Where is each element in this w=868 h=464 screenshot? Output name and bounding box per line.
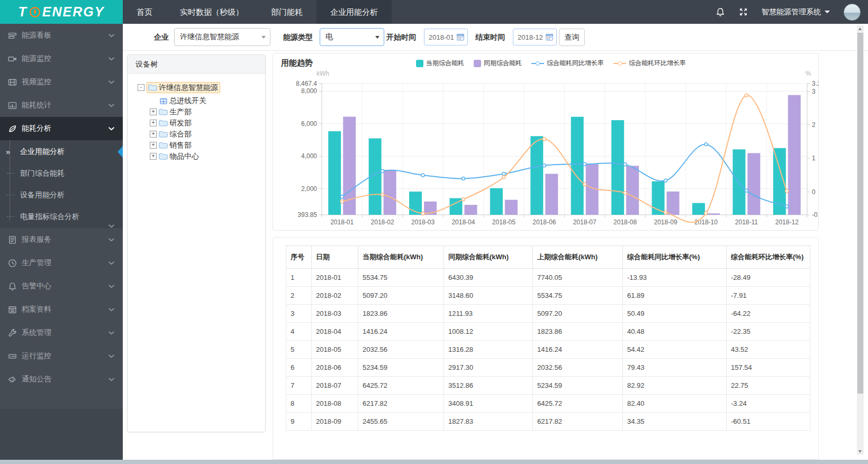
sidebar-subitem[interactable]: 部门综合能耗 (0, 162, 123, 184)
bar (611, 120, 624, 215)
chart-tick-label: 2018-06 (532, 219, 556, 226)
calendar-icon[interactable] (546, 33, 553, 41)
nav-tab[interactable]: 部门能耗 (257, 0, 317, 24)
sidebar-item[interactable]: 报表服务 (0, 228, 123, 251)
nav-tab[interactable]: 首页 (123, 0, 166, 24)
table-cell: 2032.56 (533, 359, 623, 377)
table-cell: 6425.72 (533, 395, 623, 413)
tree-node-folder[interactable]: +研发部 (131, 117, 262, 129)
query-button[interactable]: 查询 (559, 29, 585, 46)
sidebar-subitem[interactable]: »企业用能分析 (0, 141, 123, 162)
table-row[interactable]: 52018-052032.561316.281416.2454.4243.52 (286, 341, 810, 359)
legend-item[interactable]: 综合能耗环比增长率 (613, 59, 686, 68)
sidebar-item[interactable]: 能源监控 (0, 47, 123, 70)
tree-node-folder[interactable]: +物品中心 (131, 151, 262, 162)
scroll-up-arrow-icon[interactable] (858, 28, 862, 30)
sidebar-item[interactable]: 能耗统计 (0, 94, 123, 117)
table-row[interactable]: 82018-086217.823408.916425.7282.40-3.24 (286, 395, 810, 413)
sidebar-item[interactable]: 视频监控 (0, 70, 123, 94)
table-cell: 1 (286, 269, 312, 287)
tree-node-folder[interactable]: +综合部 (131, 129, 262, 140)
line-marker (381, 193, 384, 196)
line-marker (542, 164, 546, 167)
calendar-icon[interactable] (457, 33, 464, 41)
tree-node-root[interactable]: -许继信息智慧能源 (131, 82, 262, 93)
collapse-toggle-icon[interactable]: - (138, 84, 144, 91)
legend-item[interactable]: 同期综合能耗 (474, 59, 522, 68)
table-row[interactable]: 32018-031823.861211.935097.2050.49-64.22 (286, 305, 810, 323)
chart-tick-label: 2018-05 (492, 219, 516, 226)
table-cell: 54.42 (623, 341, 727, 359)
table-row[interactable]: 92018-092455.651827.836217.8234.35-60.51 (286, 413, 810, 431)
table-cell: 2018-05 (312, 341, 358, 359)
tree-node-folder[interactable]: +生产部 (131, 106, 262, 117)
end-date-input[interactable]: 2018-12 (513, 29, 557, 46)
tree-node-device[interactable]: 总进线开关 (131, 95, 262, 106)
sidebar-item[interactable]: 运行监控 (0, 344, 123, 368)
start-date-input[interactable]: 2018-01 (424, 29, 468, 46)
energy-type-select[interactable]: 电 (320, 28, 384, 46)
sidebar-subitem[interactable]: 电量指标综合分析 (0, 206, 123, 228)
system-title-dropdown[interactable]: 智慧能源管理系统 (762, 7, 830, 17)
line-marker (421, 174, 424, 177)
table-cell: 82.40 (623, 395, 727, 413)
sidebar-item[interactable]: 档案资料 (0, 298, 123, 321)
horizontal-scrollbar-track[interactable] (0, 460, 868, 464)
line-marker (745, 94, 748, 97)
line-marker (745, 189, 748, 192)
sidebar-subitem-label: 企业用能分析 (20, 147, 65, 156)
tree-node-label: 研发部 (169, 119, 192, 128)
expand-toggle-icon[interactable]: + (150, 153, 157, 160)
table-cell: 2018-02 (312, 287, 358, 305)
legend-item[interactable]: 当期综合能耗 (416, 59, 464, 68)
company-select-value: 许继信息智慧能源 (180, 32, 239, 42)
top-nav-tabs: 首页实时数据（秒级）部门能耗企业用能分析 (123, 0, 392, 24)
sidebar-item[interactable]: 生产管理 (0, 251, 123, 275)
active-item-flag-icon (117, 146, 123, 158)
table-cell: 2 (286, 287, 312, 305)
bar (464, 205, 477, 215)
table-row[interactable]: 62018-065234.592917.302032.5679.43157.54 (286, 359, 810, 377)
sidebar-item[interactable]: 系统管理 (0, 321, 123, 344)
expand-toggle-icon[interactable]: + (150, 120, 157, 126)
bar (747, 153, 760, 215)
tree-node-folder[interactable]: +销售部 (131, 140, 262, 151)
legend-item[interactable]: 综合能耗同比增长率 (531, 59, 604, 68)
table-row[interactable]: 72018-076425.723512.865234.5982.9222.75 (286, 377, 810, 395)
table-cell: 2018-09 (312, 413, 358, 431)
table-header-cell: 当期综合能耗(kWh) (358, 246, 444, 269)
sidebar-item[interactable]: 能源看板 (0, 24, 123, 47)
folder-icon (159, 131, 168, 138)
sidebar-subitem[interactable]: 设备用能分析 (0, 184, 123, 206)
table-cell: 5097.20 (358, 287, 444, 305)
company-select[interactable]: 许继信息智慧能源 (174, 28, 270, 46)
table-cell: -60.51 (727, 413, 810, 431)
folder-icon (159, 108, 168, 115)
user-avatar[interactable] (844, 4, 861, 21)
line-marker (583, 183, 586, 186)
legend-dot (618, 61, 622, 66)
chart-tick-label: 2018-07 (573, 219, 596, 226)
sidebar-item[interactable]: 通知公告 (0, 368, 123, 391)
device-tree-title: 设备树 (128, 55, 265, 74)
vertical-scrollbar[interactable] (857, 25, 864, 455)
device-grid-icon (160, 97, 167, 105)
nav-tab[interactable]: 实时数据（秒级） (166, 0, 257, 24)
expand-toggle-icon[interactable]: + (150, 131, 157, 138)
table-row[interactable]: 42018-041416.241008.121823.8640.48-22.35 (286, 323, 810, 341)
expand-toggle-icon[interactable]: + (150, 108, 157, 115)
expand-toggle-icon[interactable]: + (150, 142, 157, 149)
table-row[interactable]: 22018-025097.203148.605534.7561.89-7.91 (286, 287, 810, 305)
table-cell: 5234.59 (533, 377, 623, 395)
table-cell: 2455.65 (358, 413, 444, 431)
notification-bell-icon[interactable] (716, 7, 725, 17)
table-row[interactable]: 12018-015534.756430.397740.05-13.93-28.4… (286, 269, 810, 287)
tree-selected-node[interactable]: 许继信息智慧能源 (147, 82, 220, 93)
scroll-down-arrow-icon[interactable] (858, 450, 862, 453)
fullscreen-icon[interactable] (739, 7, 748, 16)
nav-tab[interactable]: 企业用能分析 (317, 0, 392, 24)
sidebar-item[interactable]: 能耗分析 (0, 117, 123, 140)
scrollbar-thumb[interactable] (857, 33, 863, 394)
sidebar-item[interactable]: 告警中心 (0, 275, 123, 298)
folder-icon (159, 153, 168, 160)
